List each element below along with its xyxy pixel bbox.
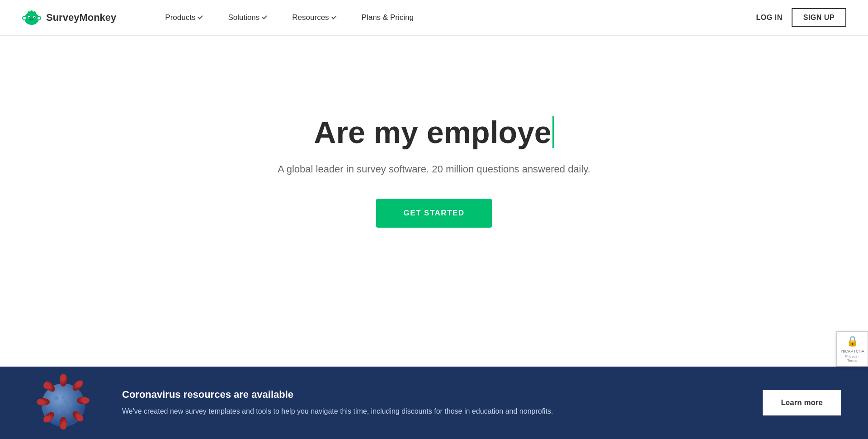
svg-point-10 [30, 19, 31, 20]
svg-point-18 [58, 405, 64, 410]
navigation: SurveyMonkey Products Solutions Resource… [0, 0, 868, 36]
recaptcha-text: reCAPTCHA [841, 349, 863, 353]
svg-point-3 [23, 17, 26, 19]
svg-point-8 [34, 17, 35, 18]
svg-point-4 [38, 17, 40, 19]
svg-point-17 [64, 400, 67, 404]
svg-point-33 [82, 397, 89, 404]
nav-resources[interactable]: Resources [279, 0, 349, 36]
products-chevron-icon [198, 14, 203, 19]
recaptcha-icon: 🔒 [841, 335, 863, 347]
hero-section: Are my employe A global leader in survey… [0, 36, 868, 289]
nav-products[interactable]: Products [152, 0, 215, 36]
nav-solutions[interactable]: Solutions [215, 0, 279, 36]
svg-point-7 [28, 17, 29, 18]
virus-svg [27, 367, 99, 439]
hero-title: Are my employe [314, 115, 554, 149]
svg-point-31 [60, 374, 66, 381]
svg-point-9 [29, 18, 34, 21]
svg-point-14 [33, 11, 36, 14]
learn-more-button[interactable]: Learn more [763, 390, 841, 415]
svg-point-37 [37, 399, 43, 405]
svg-point-21 [66, 410, 69, 413]
svg-point-22 [61, 396, 65, 399]
banner-title: Coronavirus resources are available [122, 389, 736, 401]
logo-link[interactable]: SurveyMonkey [22, 10, 116, 26]
logo-icon [22, 10, 42, 26]
signup-button[interactable]: SIGN UP [792, 8, 846, 27]
banner-content: Coronavirus resources are available We'v… [122, 389, 736, 417]
coronavirus-banner: Coronavirus resources are available We'v… [0, 367, 868, 439]
solutions-chevron-icon [262, 14, 267, 19]
logo-text: SurveyMonkey [46, 12, 116, 24]
svg-point-12 [28, 11, 30, 14]
banner-description: We've created new survey templates and t… [122, 406, 736, 417]
cursor-blink [552, 116, 554, 148]
login-button[interactable]: LOG IN [756, 14, 783, 22]
svg-point-34 [77, 415, 83, 421]
svg-point-38 [43, 382, 50, 389]
svg-point-20 [57, 410, 61, 414]
svg-point-32 [76, 381, 82, 387]
svg-point-11 [32, 19, 33, 20]
resources-chevron-icon [331, 14, 336, 19]
virus-image [27, 367, 104, 439]
svg-point-36 [43, 416, 50, 422]
recaptcha-badge: 🔒 reCAPTCHA Privacy · Terms [836, 331, 868, 367]
svg-point-13 [30, 10, 33, 13]
nav-actions: LOG IN SIGN UP [756, 8, 846, 27]
nav-links: Products Solutions Resources Plans & Pri… [152, 0, 756, 36]
svg-point-35 [60, 423, 66, 429]
get-started-button[interactable]: GET STARTED [376, 199, 491, 228]
nav-plans[interactable]: Plans & Pricing [349, 0, 426, 36]
svg-point-16 [54, 396, 59, 401]
hero-subtitle: A global leader in survey software. 20 m… [278, 163, 590, 175]
svg-point-19 [68, 403, 72, 407]
recaptcha-links: Privacy · Terms [841, 354, 863, 363]
